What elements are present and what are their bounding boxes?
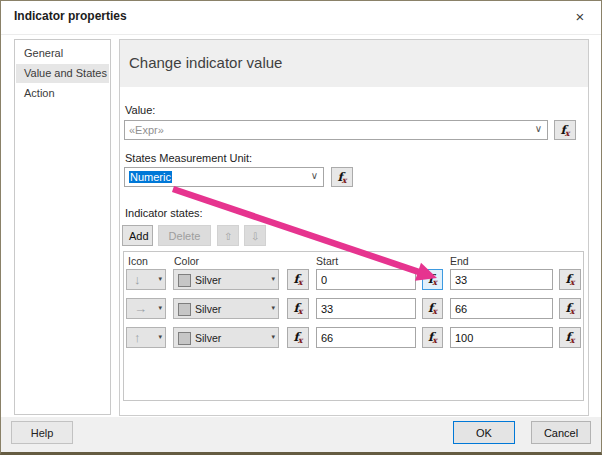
states-measurement-unit-dropdown[interactable]: Numeric ∨: [124, 167, 324, 187]
icon-dropdown[interactable]: ↑ ▾: [126, 327, 166, 348]
value-fx-button[interactable]: fx: [554, 120, 576, 140]
column-header-icon: Icon: [128, 255, 148, 267]
sidebar-item-general[interactable]: General: [16, 44, 109, 63]
move-up-button[interactable]: ⇧: [217, 225, 239, 246]
page-title: Change indicator value: [129, 54, 282, 71]
start-input[interactable]: [316, 327, 416, 348]
color-fx-button[interactable]: fx: [287, 327, 309, 348]
title-bar: Indicator properties ×: [1, 1, 601, 35]
close-icon[interactable]: ×: [570, 7, 590, 27]
arrow-up-icon: ⇧: [224, 231, 232, 242]
color-name: Silver: [195, 332, 221, 344]
indicator-states-table: Icon Color Start End ↓ ▾ Silver ▾ fx fx …: [123, 251, 584, 401]
color-name: Silver: [195, 274, 221, 286]
sidebar-item-value-and-states[interactable]: Value and States: [16, 64, 109, 83]
help-button[interactable]: Help: [11, 421, 73, 444]
sidebar: General Value and States Action: [14, 39, 111, 415]
states-measurement-unit-label: States Measurement Unit:: [125, 152, 252, 164]
value-expression-text: «Expr»: [129, 124, 164, 136]
arrow-down-icon: ↓: [134, 270, 141, 289]
column-header-color: Color: [174, 255, 199, 267]
start-fx-button[interactable]: fx: [422, 327, 443, 348]
value-label: Value:: [125, 104, 155, 116]
color-fx-button[interactable]: fx: [287, 269, 309, 290]
caret-down-icon: ▾: [158, 333, 162, 341]
ok-button[interactable]: OK: [453, 421, 515, 444]
value-dropdown[interactable]: «Expr» ∨: [124, 120, 548, 140]
color-name: Silver: [195, 303, 221, 315]
color-fx-button[interactable]: fx: [287, 298, 309, 319]
table-row: ↑ ▾ Silver ▾ fx fx fx: [124, 327, 583, 348]
sidebar-item-action[interactable]: Action: [16, 84, 109, 103]
end-input[interactable]: [450, 327, 553, 348]
icon-dropdown[interactable]: ↓ ▾: [126, 269, 166, 290]
start-fx-button[interactable]: fx: [422, 298, 443, 319]
cancel-button[interactable]: Cancel: [531, 421, 591, 444]
chevron-down-icon: ∨: [535, 123, 542, 134]
end-fx-button[interactable]: fx: [559, 327, 581, 348]
caret-down-icon: ▾: [158, 304, 162, 312]
caret-down-icon: ▾: [271, 304, 275, 312]
start-fx-button-highlighted[interactable]: fx: [422, 269, 443, 290]
arrow-down-icon: ⇩: [251, 231, 259, 242]
table-row: → ▾ Silver ▾ fx fx fx: [124, 298, 583, 319]
arrow-right-icon: →: [134, 299, 147, 318]
end-input[interactable]: [450, 298, 553, 319]
smu-fx-button[interactable]: fx: [331, 167, 353, 187]
caret-down-icon: ▾: [158, 275, 162, 283]
table-row: ↓ ▾ Silver ▾ fx fx fx: [124, 269, 583, 290]
start-input[interactable]: [316, 298, 416, 319]
color-swatch: [178, 274, 191, 287]
start-input[interactable]: [316, 269, 416, 290]
color-swatch: [178, 332, 191, 345]
end-fx-button[interactable]: fx: [559, 269, 581, 290]
dialog-title: Indicator properties: [14, 9, 127, 23]
smu-selected-text: Numeric: [129, 171, 172, 183]
add-button[interactable]: Add: [122, 225, 153, 246]
icon-dropdown[interactable]: → ▾: [126, 298, 166, 319]
arrow-up-icon: ↑: [134, 328, 141, 347]
color-dropdown[interactable]: Silver ▾: [173, 269, 279, 290]
caret-down-icon: ▾: [271, 333, 275, 341]
column-header-start: Start: [316, 255, 338, 267]
caret-down-icon: ▾: [271, 275, 275, 283]
delete-button[interactable]: Delete: [158, 225, 211, 246]
end-fx-button[interactable]: fx: [559, 298, 581, 319]
color-dropdown[interactable]: Silver ▾: [173, 327, 279, 348]
chevron-down-icon: ∨: [311, 170, 318, 181]
indicator-states-label: Indicator states:: [125, 207, 203, 219]
color-swatch: [178, 303, 191, 316]
move-down-button[interactable]: ⇩: [244, 225, 266, 246]
color-dropdown[interactable]: Silver ▾: [173, 298, 279, 319]
column-header-end: End: [450, 255, 469, 267]
indicator-properties-dialog: Indicator properties × General Value and…: [0, 0, 602, 455]
end-input[interactable]: [450, 269, 553, 290]
